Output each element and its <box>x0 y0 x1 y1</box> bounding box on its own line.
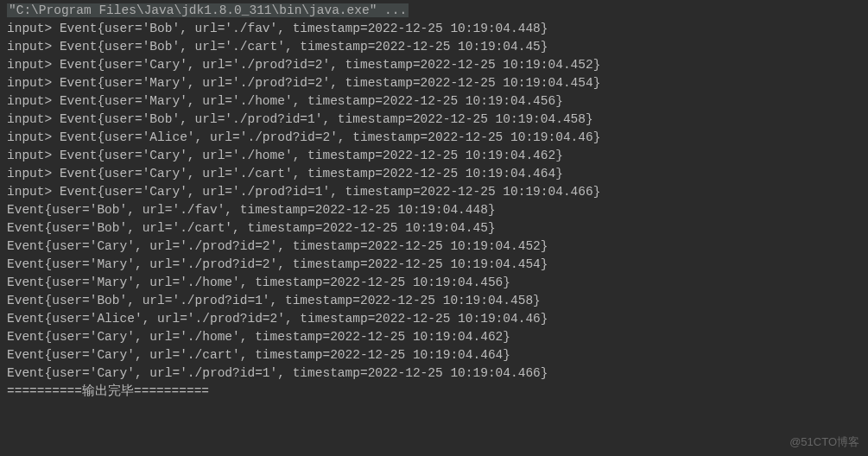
console-line: input> Event{user='Cary', url='./prod?id… <box>7 183 861 201</box>
console-line: Event{user='Mary', url='./home', timesta… <box>7 274 861 292</box>
console-line: input> Event{user='Bob', url='./cart', t… <box>7 38 861 56</box>
console-line: input> Event{user='Bob', url='./prod?id=… <box>7 111 861 129</box>
console-line: Event{user='Cary', url='./home', timesta… <box>7 328 861 346</box>
console-line: Event{user='Mary', url='./prod?id=2', ti… <box>7 256 861 274</box>
command-text: "C:\Program Files\Java\jdk1.8.0_311\bin\… <box>7 3 409 17</box>
console-line: Event{user='Bob', url='./cart', timestam… <box>7 219 861 238</box>
command-header: "C:\Program Files\Java\jdk1.8.0_311\bin\… <box>7 2 861 20</box>
console-line: input> Event{user='Cary', url='./cart', … <box>7 165 861 183</box>
watermark-text: @51CTO博客 <box>789 434 859 451</box>
console-line: input> Event{user='Mary', url='./home', … <box>7 92 861 111</box>
console-line: Event{user='Cary', url='./prod?id=2', ti… <box>7 238 861 256</box>
console-line: input> Event{user='Mary', url='./prod?id… <box>7 74 861 92</box>
console-line: Event{user='Cary', url='./prod?id=1', ti… <box>7 364 861 383</box>
console-line: input> Event{user='Cary', url='./home', … <box>7 147 861 165</box>
console-line: input> Event{user='Alice', url='./prod?i… <box>7 129 861 147</box>
console-line: input> Event{user='Bob', url='./fav', ti… <box>7 20 861 38</box>
console-line: Event{user='Bob', url='./fav', timestamp… <box>7 201 861 219</box>
console-line: Event{user='Bob', url='./prod?id=1', tim… <box>7 292 861 310</box>
separator-line: ==========输出完毕========== <box>7 383 861 401</box>
console-line: Event{user='Cary', url='./cart', timesta… <box>7 346 861 364</box>
console-line: Event{user='Alice', url='./prod?id=2', t… <box>7 310 861 328</box>
console-line: input> Event{user='Cary', url='./prod?id… <box>7 56 861 74</box>
console-output[interactable]: "C:\Program Files\Java\jdk1.8.0_311\bin\… <box>7 2 861 401</box>
